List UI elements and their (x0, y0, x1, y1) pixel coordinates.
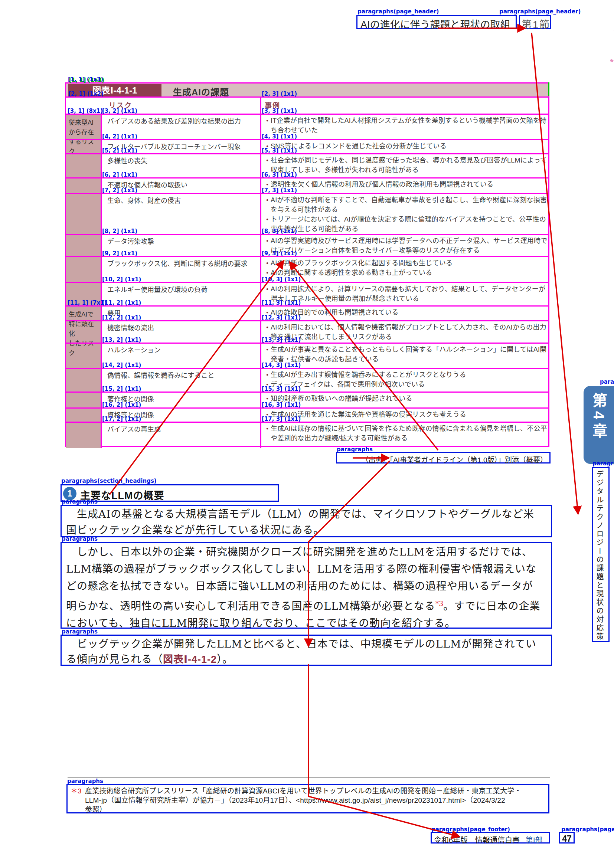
table-title-bar: 図表Ⅰ-4-1-1 生成AIの課題 (66, 84, 548, 96)
example-text: トリアージにおいては、AIが順位を決定する際に倫理的なバイアスを持つことで、公平… (271, 214, 547, 234)
annotation-tag-risk: [11, 2] (1x1) (102, 299, 141, 306)
annotation-tag-risk: [6, 2] (1x1) (102, 172, 137, 178)
annotation-tag-example: [5, 3] (1x1) (262, 147, 297, 154)
annotation-tag-category: [3, 1] (8x1) (68, 108, 103, 114)
divider (66, 234, 548, 235)
annotation-label-page-header: paragraphs(page_header) (358, 8, 439, 15)
chapter-tab-label: 第4章 (588, 393, 609, 442)
example-cell: ●SNS等によるレコメンドを通じた社会の分断が生じている (261, 139, 550, 153)
divider (66, 96, 548, 98)
annotation-tag-example: [7, 3] (1x1) (262, 187, 297, 194)
annotation-tag: [2, 3] (1x1) (262, 91, 297, 97)
annotation-tag-risk: [9, 2] (1x1) (102, 250, 137, 257)
example-text: IT企業が自社で開発したAI人材採用システムが女性を差別するという機械学習面の欠… (271, 116, 547, 135)
example-text: AIの学習実施時及びサービス運用時には学習データへの不正データ混入、サービス運用… (271, 236, 547, 255)
annotation-tag-risk: [16, 2] (1x1) (102, 401, 141, 408)
example-cell: ●AIの詐欺目的での利用も問題視されている (261, 305, 550, 320)
footnote-ref: *3 (436, 599, 443, 608)
example-cell: ●生成AIが生み出す誤情報を鵜呑みにすることがリスクとなりうる●ディープフェイク… (261, 368, 550, 392)
page-header-title: AIの進化に伴う課題と現状の取組 (357, 15, 517, 29)
annotation-tag-example: [6, 3] (1x1) (262, 172, 297, 178)
annotation-tag-example: [4, 3] (1x1) (262, 133, 297, 140)
footnote-rule (68, 777, 550, 777)
chapter-title-text: デジタルテクノロジーの課題と現状の対応策 (596, 470, 605, 641)
annotation-tag-risk: [13, 2] (1x1) (102, 336, 141, 343)
example-text: 生成AIが事実と異なることをもっともらしく回答する「ハルシネーション」に関しては… (271, 345, 547, 364)
example-text: AIの判断のブラックボックス化に起因する問題も生じている (271, 258, 453, 268)
bullet-icon: ● (266, 345, 268, 364)
footer-part: 第Ⅰ部 (526, 836, 543, 844)
category-cell: 生成AIで 特に顕在化 したリスク (66, 305, 101, 448)
annotation-label-source: paragraphs (337, 446, 373, 453)
example-text: SNS等によるレコメンドを通じた社会の分断が生じている (271, 141, 447, 151)
paragraph-2: paragraphs しかし、日本以外の企業・研究機関がクローズに研究開発を進め… (60, 542, 552, 629)
annotation-tag-example: [16, 3] (1x1) (262, 401, 301, 408)
annotation-tag-example: [10, 3] (1x1) (262, 276, 301, 283)
example-cell: ●知的財産権の取扱いへの議論が提起されている (261, 392, 550, 408)
example-cell: ●生成AIは既存の情報に基づいて回答を作るため既存の情報に含まれる偏見を増幅し、… (261, 422, 550, 448)
paragraph-line: においても、独自にLLM開発に取り組んでおり、ここではその動向を紹介する。 (62, 615, 551, 632)
annotation-label-page-header-2: paragraphs(page_header) (499, 8, 581, 15)
page-footer: 令和6年版 情報通信白書 第Ⅰ部 (431, 832, 550, 843)
example-cell: ●AIの判断のブラックボックス化に起因する問題も生じている●AIの判断に関する透… (261, 256, 550, 282)
annotation-tag: [2, 1] (1x2) (68, 91, 104, 97)
paragraph-line: 明らかな、透明性の高い安心して利活用できる国産のLLM構築が必要となる*3。すで… (62, 595, 551, 615)
annotation-tag-risk: [14, 2] (1x1) (102, 362, 141, 369)
example-cell: ●AIの利用においては、個人情報や機密情報がプロンプトとして入力され、そのAIか… (261, 320, 550, 343)
annotation-tag-example: [12, 3] (1x1) (262, 314, 301, 321)
example-cell: ●AIが不適切な判断を下すことで、自動運転車が事故を引き起こし、生命や財産に深刻… (261, 193, 550, 234)
annotation-label-page-footer: paragraphs(page_footer) (431, 826, 510, 833)
divider (66, 193, 548, 194)
paragraph-line: る傾向が見られる（図表Ⅰ-4-1-2）。 (62, 652, 551, 667)
example-cell: ●生成AIの活用を通じた業法免許や資格等の侵害リスクも考えうる (261, 408, 550, 422)
chapter-tab: 第4章 (583, 386, 614, 464)
annotation-tag-risk: [5, 2] (1x1) (102, 147, 137, 154)
footnote: ＊3 産業技術総合研究所プレスリリース「産総研の計算資源ABCIを用いて世界トッ… (67, 784, 549, 814)
footnote-line: 参照） (85, 805, 546, 814)
figure-reference: 図表Ⅰ-4-1-2 (163, 654, 217, 665)
annotation-tag-example: [3, 3] (1x1) (262, 108, 297, 114)
bullet-icon: ● (266, 370, 268, 380)
example-text: AIが不適切な判断を下すことで、自動運転車が事故を引き起こし、生命や財産に深刻な… (271, 195, 547, 214)
example-text: 社会全体が同じモデルを、同じ温度感で使った場合、導かれる意見及び回答がLLMによ… (271, 155, 547, 175)
bullet-icon: ● (266, 195, 268, 214)
category-cell: 従来型AI から存在 するリスク (66, 113, 101, 305)
example-text: 透明性を欠く個人情報の利用及び個人情報の政治利用も問題視されている (271, 180, 493, 189)
annotation-tag-risk: [7, 2] (1x1) (102, 187, 137, 194)
example-cell: ●生成AIが事実と異なることをもっともらしく回答する「ハルシネーション」に関して… (261, 343, 550, 368)
example-cell: ●AIの学習実施時及びサービス運用時には学習データへの不正データ混入、サービス運… (261, 234, 550, 256)
annotation-tag-example: [8, 3] (1x1) (262, 228, 297, 234)
annotation-label-footnote: paragraphs (67, 778, 103, 784)
annotation-tag-risk: [8, 2] (1x1) (102, 228, 137, 234)
annotation-tag-example: [11, 3] (1x1) (262, 299, 301, 306)
risk-cell: バイアスの再生成 (101, 422, 261, 448)
paragraph-line: ビッグテック企業が開発したLLMと比べると、日本では、中規模モデルのLLMが開発… (62, 636, 551, 652)
divider (66, 177, 548, 178)
document-page: { "annotation": { "page_header_label": "… (0, 0, 614, 868)
divider (66, 139, 548, 140)
annotation-tag-risk: [12, 2] (1x1) (102, 314, 141, 321)
paragraph-1: paragraphs 生成AIの基盤となる大規模言語モデル（LLM）の開発では、… (60, 505, 552, 537)
divider (66, 256, 548, 257)
paragraph-line: 生成AIの基盤となる大規模言語モデル（LLM）の開発では、マイクロソフトやグーグ… (62, 506, 551, 522)
annotation-tag-example: [17, 3] (1x1) (262, 415, 301, 422)
footnote-marker: ＊3 (71, 786, 82, 796)
footer-book-title: 令和6年版 情報通信白書 (434, 836, 520, 844)
annotation-tag-risk: [15, 2] (1x1) (102, 386, 141, 392)
example-text: 生成AIは既存の情報に基づいて回答を作るため既存の情報に含まれる偏見を増幅し、不… (271, 424, 547, 443)
example-text: 生成AIが生み出す誤情報を鵜呑みにすることがリスクとなりうる (271, 370, 466, 380)
example-text: AIの利用拡大により、計算リソースの需要も拡大しており、結果として、データセンタ… (271, 284, 547, 304)
divider (66, 153, 548, 154)
bullet-icon: ● (266, 424, 268, 443)
annotation-tag-example: [9, 3] (1x1) (262, 250, 297, 257)
footnote-line: LLM-jp（国立情報学研究所主宰）が協力－」（2023年10月17日）、<ht… (85, 796, 546, 805)
bullet-icon: ● (266, 116, 268, 135)
annotation-tag-category: [11, 1] (7x1) (68, 299, 107, 306)
page-header-section: 第1節 (519, 15, 551, 29)
annotation-label-sidebar-2: paragraphs(page (592, 460, 614, 467)
paragraph-3: paragraphs ビッグテック企業が開発したLLMと比べると、日本では、中規… (60, 635, 552, 666)
generative-ai-issues-table: 図表Ⅰ-4-1-1 生成AIの課題 リスク 事例 [3, 2] (1x1)[3,… (65, 82, 549, 447)
paragraph-line: どの懸念を払拭できない。日本語に強いLLMの利活用のためには、構築の過程や用いる… (62, 578, 551, 595)
figure-title: 生成AIの課題 (173, 85, 229, 98)
annotation-label-sidebar: paragraphs(page (600, 378, 614, 385)
